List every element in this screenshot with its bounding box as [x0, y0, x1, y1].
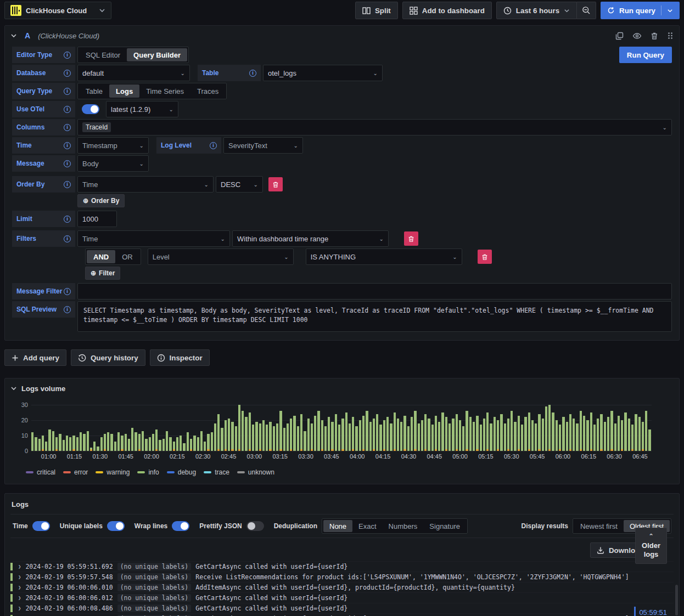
- filter-operator-select[interactable]: Within dashboard time range⌄: [232, 230, 389, 247]
- logs-scrollbar[interactable]: [675, 585, 678, 615]
- info-icon[interactable]: i: [64, 106, 71, 113]
- drag-handle-icon[interactable]: [667, 32, 674, 39]
- remove-filter2-button[interactable]: [478, 250, 492, 264]
- filter2-field-select[interactable]: Level⌄: [148, 248, 294, 265]
- info-icon[interactable]: i: [64, 216, 71, 223]
- toggle-switch[interactable]: [32, 521, 50, 531]
- log-row[interactable]: ❯2024-02-19 05:59:51.692(no unique label…: [10, 561, 674, 572]
- message-filter-input[interactable]: [77, 283, 672, 299]
- info-icon[interactable]: i: [64, 288, 71, 295]
- log-row[interactable]: ❯2024-02-19 05:59:57.548(no unique label…: [10, 572, 674, 582]
- info-icon[interactable]: i: [64, 88, 71, 95]
- inspector-button[interactable]: Inspector: [150, 349, 210, 366]
- conjunction-or[interactable]: OR: [115, 250, 139, 263]
- expand-chevron-icon[interactable]: ❯: [18, 595, 21, 601]
- otel-version-select[interactable]: latest (1.2.9)⌄: [106, 101, 178, 117]
- log-row[interactable]: ❯2024-02-19 06:00:06.012(no unique label…: [10, 592, 674, 603]
- toggle-switch[interactable]: [246, 521, 264, 531]
- info-icon[interactable]: i: [64, 160, 71, 167]
- remove-filter-button[interactable]: [404, 231, 418, 246]
- logs-volume-header[interactable]: Logs volume: [10, 382, 674, 395]
- info-icon[interactable]: i: [64, 124, 71, 131]
- legend-item-unknown[interactable]: unknown: [237, 468, 274, 476]
- sql-preview-text: SELECT Timestamp as timestamp, Body as b…: [77, 301, 672, 332]
- copy-icon[interactable]: [615, 32, 624, 40]
- collapse-chevron-icon[interactable]: [10, 385, 17, 392]
- filter-field-select[interactable]: Time⌄: [77, 230, 230, 247]
- info-icon[interactable]: i: [64, 52, 71, 59]
- query-header-row[interactable]: A (ClickHouse Cloud): [5, 26, 679, 46]
- editor-type-query-builder[interactable]: Query Builder: [127, 48, 187, 61]
- order-by-field-select[interactable]: Time⌄: [77, 176, 214, 193]
- toggle-switch[interactable]: [172, 521, 189, 531]
- query-type-time-series[interactable]: Time Series: [139, 84, 190, 98]
- info-icon[interactable]: i: [64, 306, 71, 313]
- add-to-dashboard-label: Add to dashboard: [422, 7, 485, 15]
- toggle-switch[interactable]: [107, 521, 125, 531]
- limit-input[interactable]: [77, 211, 117, 227]
- conjunction-and[interactable]: AND: [87, 250, 115, 263]
- older-logs-button[interactable]: ⌃ Older logs: [635, 528, 667, 564]
- filter2-operator-select[interactable]: IS ANYTHING⌄: [306, 248, 462, 265]
- zoom-out-icon: [582, 6, 591, 15]
- info-icon[interactable]: i: [249, 70, 256, 77]
- order-by-direction-select[interactable]: DESC⌄: [216, 176, 263, 193]
- info-icon[interactable]: i: [64, 142, 71, 149]
- chart-bar: [200, 405, 203, 451]
- eye-icon[interactable]: [632, 32, 642, 40]
- chart-bar: [225, 405, 227, 451]
- chevron-down-icon[interactable]: [667, 8, 673, 14]
- trash-icon[interactable]: [651, 32, 658, 40]
- legend-item-info[interactable]: info: [137, 468, 159, 476]
- legend-item-trace[interactable]: trace: [204, 468, 229, 476]
- zoom-out-time-button[interactable]: [577, 2, 596, 19]
- run-query-button[interactable]: Run query: [601, 2, 680, 19]
- use-otel-toggle[interactable]: [82, 104, 99, 114]
- collapse-chevron-icon[interactable]: [10, 32, 17, 39]
- legend-item-warning[interactable]: warning: [96, 468, 130, 476]
- log-level-select[interactable]: SeverityText⌄: [223, 137, 303, 154]
- dedup-option-exact[interactable]: Exact: [352, 520, 383, 532]
- database-select[interactable]: default⌄: [77, 65, 190, 81]
- expand-chevron-icon[interactable]: ❯: [18, 606, 21, 611]
- log-row[interactable]: ❯2024-02-19 06:00:06.010(no unique label…: [10, 582, 674, 592]
- datasource-picker[interactable]: ClickHouse Cloud: [4, 2, 111, 19]
- message-column-select[interactable]: Body⌄: [77, 155, 149, 172]
- info-icon[interactable]: i: [210, 142, 217, 149]
- legend-item-critical[interactable]: critical: [26, 468, 55, 476]
- query-history-button[interactable]: Query history: [71, 349, 145, 366]
- info-icon[interactable]: i: [64, 235, 71, 242]
- split-button[interactable]: Split: [355, 2, 398, 19]
- expand-chevron-icon[interactable]: ❯: [18, 574, 21, 580]
- legend-item-error[interactable]: error: [63, 468, 88, 476]
- run-query-panel-button[interactable]: Run Query: [619, 47, 672, 63]
- column-chip[interactable]: TraceId: [82, 122, 111, 132]
- log-row[interactable]: ❯2024-02-19 06:00:08.486(no unique label…: [10, 603, 674, 613]
- dedup-option-signature[interactable]: Signature: [423, 520, 466, 532]
- info-icon[interactable]: i: [64, 70, 71, 77]
- add-order-by-button[interactable]: ⊕Order By: [77, 194, 125, 207]
- dedup-option-numbers[interactable]: Numbers: [383, 520, 424, 532]
- expand-chevron-icon[interactable]: ❯: [18, 564, 21, 569]
- chart-bar: [297, 405, 299, 451]
- add-filter-button[interactable]: ⊕Filter: [85, 267, 120, 280]
- remove-order-by-button[interactable]: [268, 177, 283, 191]
- expand-chevron-icon[interactable]: ❯: [18, 585, 21, 590]
- columns-multiselect[interactable]: TraceId⌄: [77, 119, 672, 135]
- log-row[interactable]: ❯2024-02-19 06:00:18.663(no unique label…: [10, 613, 674, 616]
- add-query-button[interactable]: Add query: [4, 349, 66, 366]
- editor-type-row: Editor Typei SQL Editor Query Builder: [12, 47, 672, 63]
- dedup-option-none[interactable]: None: [323, 520, 352, 532]
- query-type-traces[interactable]: Traces: [190, 84, 225, 98]
- chart-bar: [590, 405, 592, 451]
- time-column-select[interactable]: Timestamp⌄: [77, 137, 149, 154]
- time-range-picker[interactable]: Last 6 hours: [496, 2, 577, 19]
- legend-item-debug[interactable]: debug: [167, 468, 196, 476]
- table-select[interactable]: otel_logs⌄: [263, 65, 383, 81]
- query-type-table[interactable]: Table: [79, 84, 109, 98]
- query-type-logs[interactable]: Logs: [109, 84, 139, 98]
- info-icon[interactable]: i: [64, 181, 71, 188]
- add-to-dashboard-button[interactable]: Add to dashboard: [402, 2, 492, 19]
- display-option-newest-first[interactable]: Newest first: [574, 520, 624, 532]
- editor-type-sql-editor[interactable]: SQL Editor: [79, 48, 127, 61]
